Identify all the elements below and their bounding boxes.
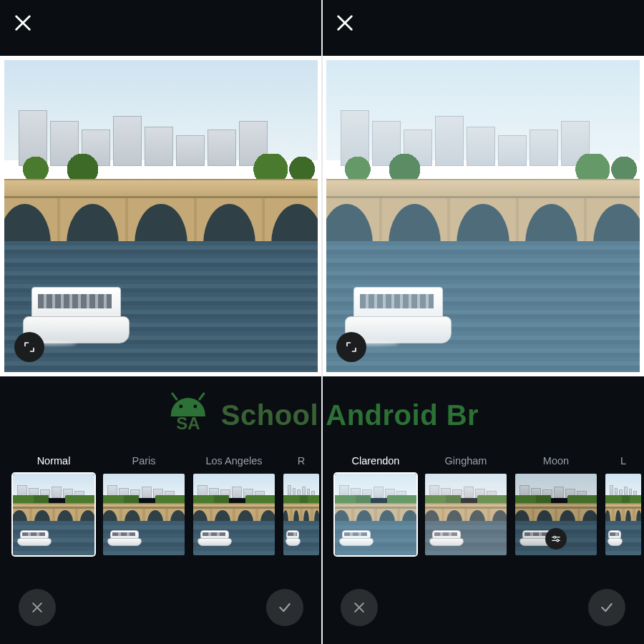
filter-option-clarendon[interactable]: Clarendon [335,455,416,555]
filter-thumbnail [515,474,597,555]
filter-label: Clarendon [335,455,416,467]
filter-option-paris[interactable]: Paris [103,455,185,555]
filter-thumbnail [193,474,275,555]
filter-label: Normal [13,455,94,467]
cancel-button[interactable] [19,589,56,626]
filter-label: R [283,455,319,467]
svg-point-3 [557,540,559,542]
photo-preview[interactable] [4,60,318,372]
filter-option-l[interactable]: L [605,455,641,555]
filter-thumbnail [605,474,641,555]
close-button[interactable] [335,13,355,33]
svg-point-2 [554,536,556,538]
photo-preview[interactable] [326,60,640,372]
filter-thumbnail [335,474,416,555]
bottom-actions [0,580,322,644]
editor-pane-left: Normal Paris Los Angeles R [0,0,322,644]
filter-label: Los Angeles [193,455,275,467]
close-icon [30,600,44,615]
check-icon [600,600,614,615]
pane-divider [321,0,323,644]
expand-button[interactable] [14,332,44,362]
cancel-button[interactable] [341,589,378,626]
confirm-button[interactable] [266,589,303,626]
photo-canvas [0,56,322,376]
filter-option-los-angeles[interactable]: Los Angeles [193,455,275,555]
close-button[interactable] [13,13,33,33]
filter-thumbnail [13,474,94,555]
close-icon [335,13,355,33]
filter-option-r[interactable]: R [283,455,319,555]
photo-canvas [322,56,644,376]
filter-strip[interactable]: Clarendon Gingham Moon L [322,455,644,577]
expand-icon [345,341,358,353]
expand-icon [23,341,36,353]
close-icon [352,600,366,615]
filter-label: Moon [515,455,597,467]
expand-button[interactable] [336,332,366,362]
filter-thumbnail [425,474,507,555]
filter-option-gingham[interactable]: Gingham [425,455,507,555]
filter-thumbnail [103,474,185,555]
filter-option-normal[interactable]: Normal [13,455,94,555]
bottom-actions [322,580,644,644]
confirm-button[interactable] [588,589,625,626]
filter-label: L [605,455,641,467]
check-icon [278,600,292,615]
filter-label: Paris [103,455,185,467]
filter-label: Gingham [425,455,507,467]
filter-strip[interactable]: Normal Paris Los Angeles R [0,455,322,577]
filter-thumbnail [283,474,319,555]
adjust-icon [545,528,567,550]
filter-option-moon[interactable]: Moon [515,455,597,555]
editor-pane-right: Clarendon Gingham Moon L [322,0,644,644]
close-icon [13,13,33,33]
